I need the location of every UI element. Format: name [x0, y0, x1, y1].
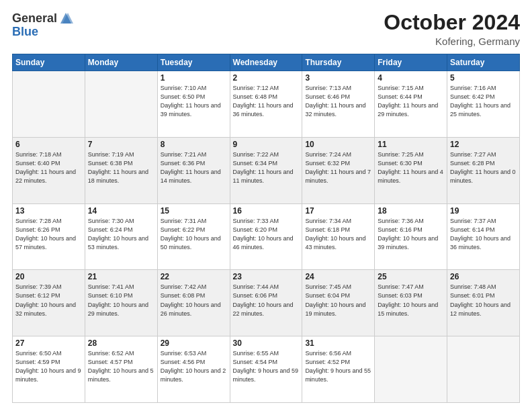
day-info: Sunrise: 6:56 AMSunset: 4:52 PMDaylight:… — [305, 349, 371, 384]
calendar-cell: 19Sunrise: 7:37 AMSunset: 6:14 PMDayligh… — [447, 203, 520, 270]
day-number: 29 — [161, 338, 227, 348]
calendar-cell: 6Sunrise: 7:18 AMSunset: 6:40 PMDaylight… — [13, 137, 85, 203]
day-info: Sunrise: 7:30 AMSunset: 6:24 PMDaylight:… — [88, 217, 154, 252]
calendar-cell: 1Sunrise: 7:10 AMSunset: 6:50 PMDaylight… — [157, 71, 230, 138]
calendar-cell: 11Sunrise: 7:25 AMSunset: 6:30 PMDayligh… — [375, 137, 447, 203]
weekday-header-row: SundayMondayTuesdayWednesdayThursdayFrid… — [13, 54, 520, 71]
day-number: 16 — [233, 206, 300, 216]
calendar-cell: 16Sunrise: 7:33 AMSunset: 6:20 PMDayligh… — [230, 203, 302, 270]
day-number: 2 — [233, 73, 300, 83]
calendar-cell: 14Sunrise: 7:30 AMSunset: 6:24 PMDayligh… — [85, 203, 157, 270]
day-info: Sunrise: 7:21 AMSunset: 6:36 PMDaylight:… — [161, 150, 227, 185]
day-info: Sunrise: 7:18 AMSunset: 6:40 PMDaylight:… — [15, 150, 82, 185]
calendar-cell: 8Sunrise: 7:21 AMSunset: 6:36 PMDaylight… — [157, 137, 230, 203]
day-info: Sunrise: 7:44 AMSunset: 6:06 PMDaylight:… — [233, 283, 300, 318]
calendar-cell: 23Sunrise: 7:44 AMSunset: 6:06 PMDayligh… — [230, 270, 302, 336]
calendar-cell — [13, 71, 85, 138]
day-number: 25 — [378, 272, 444, 281]
day-number: 24 — [305, 272, 371, 281]
calendar-table: SundayMondayTuesdayWednesdayThursdayFrid… — [12, 54, 520, 403]
day-number: 18 — [378, 206, 444, 216]
calendar-cell: 27Sunrise: 6:50 AMSunset: 4:59 PMDayligh… — [13, 336, 85, 403]
day-number: 28 — [88, 338, 154, 348]
month-title: October 2024 — [384, 11, 520, 34]
day-number: 17 — [305, 206, 371, 216]
logo-general: General — [12, 12, 57, 24]
day-number: 20 — [15, 272, 82, 281]
day-info: Sunrise: 7:47 AMSunset: 6:03 PMDaylight:… — [378, 283, 444, 318]
day-info: Sunrise: 7:15 AMSunset: 6:44 PMDaylight:… — [378, 84, 444, 119]
day-info: Sunrise: 6:53 AMSunset: 4:56 PMDaylight:… — [161, 349, 227, 384]
calendar-cell: 17Sunrise: 7:34 AMSunset: 6:18 PMDayligh… — [302, 203, 375, 270]
calendar-cell: 7Sunrise: 7:19 AMSunset: 6:38 PMDaylight… — [85, 137, 157, 203]
calendar-cell: 3Sunrise: 7:13 AMSunset: 6:46 PMDaylight… — [302, 71, 375, 138]
day-number: 9 — [233, 140, 300, 149]
calendar-cell — [85, 71, 157, 138]
calendar-cell: 25Sunrise: 7:47 AMSunset: 6:03 PMDayligh… — [375, 270, 447, 336]
day-info: Sunrise: 7:33 AMSunset: 6:20 PMDaylight:… — [233, 217, 300, 252]
weekday-header-monday: Monday — [85, 54, 157, 71]
calendar-week-3: 13Sunrise: 7:28 AMSunset: 6:26 PMDayligh… — [13, 203, 520, 270]
day-number: 11 — [378, 140, 444, 149]
day-number: 3 — [305, 73, 371, 83]
day-number: 22 — [161, 272, 227, 281]
calendar-cell: 12Sunrise: 7:27 AMSunset: 6:28 PMDayligh… — [447, 137, 520, 203]
day-number: 27 — [15, 338, 82, 348]
day-number: 30 — [233, 338, 300, 348]
calendar-cell: 5Sunrise: 7:16 AMSunset: 6:42 PMDaylight… — [447, 71, 520, 138]
calendar-cell: 26Sunrise: 7:48 AMSunset: 6:01 PMDayligh… — [447, 270, 520, 336]
day-info: Sunrise: 7:42 AMSunset: 6:08 PMDaylight:… — [161, 283, 227, 318]
title-block: October 2024 Kofering, Germany — [384, 11, 520, 47]
day-info: Sunrise: 7:13 AMSunset: 6:46 PMDaylight:… — [305, 84, 371, 119]
day-info: Sunrise: 6:52 AMSunset: 4:57 PMDaylight:… — [88, 349, 154, 384]
calendar-cell: 29Sunrise: 6:53 AMSunset: 4:56 PMDayligh… — [157, 336, 230, 403]
day-info: Sunrise: 7:36 AMSunset: 6:16 PMDaylight:… — [378, 217, 444, 252]
header: General Blue October 2024 Kofering, Germ… — [12, 11, 520, 47]
day-info: Sunrise: 7:24 AMSunset: 6:32 PMDaylight:… — [305, 150, 371, 185]
weekday-header-thursday: Thursday — [302, 54, 375, 71]
calendar-cell: 15Sunrise: 7:31 AMSunset: 6:22 PMDayligh… — [157, 203, 230, 270]
day-number: 4 — [378, 73, 444, 83]
calendar-cell: 28Sunrise: 6:52 AMSunset: 4:57 PMDayligh… — [85, 336, 157, 403]
day-number: 15 — [161, 206, 227, 216]
day-info: Sunrise: 7:25 AMSunset: 6:30 PMDaylight:… — [378, 150, 444, 185]
weekday-header-wednesday: Wednesday — [230, 54, 302, 71]
day-number: 6 — [15, 140, 82, 149]
day-number: 12 — [450, 140, 517, 149]
day-info: Sunrise: 7:12 AMSunset: 6:48 PMDaylight:… — [233, 84, 300, 119]
day-number: 8 — [161, 140, 227, 149]
day-number: 10 — [305, 140, 371, 149]
location-subtitle: Kofering, Germany — [384, 36, 520, 47]
day-info: Sunrise: 7:31 AMSunset: 6:22 PMDaylight:… — [161, 217, 227, 252]
day-number: 19 — [450, 206, 517, 216]
calendar-week-5: 27Sunrise: 6:50 AMSunset: 4:59 PMDayligh… — [13, 336, 520, 403]
day-info: Sunrise: 7:16 AMSunset: 6:42 PMDaylight:… — [450, 84, 517, 119]
day-number: 14 — [88, 206, 154, 216]
weekday-header-tuesday: Tuesday — [157, 54, 230, 71]
day-info: Sunrise: 6:55 AMSunset: 4:54 PMDaylight:… — [233, 349, 300, 384]
page: General Blue October 2024 Kofering, Germ… — [0, 0, 532, 411]
calendar-cell: 30Sunrise: 6:55 AMSunset: 4:54 PMDayligh… — [230, 336, 302, 403]
day-number: 21 — [88, 272, 154, 281]
day-info: Sunrise: 7:48 AMSunset: 6:01 PMDaylight:… — [450, 283, 517, 318]
calendar-cell: 31Sunrise: 6:56 AMSunset: 4:52 PMDayligh… — [302, 336, 375, 403]
day-number: 7 — [88, 140, 154, 149]
day-info: Sunrise: 7:41 AMSunset: 6:10 PMDaylight:… — [88, 283, 154, 318]
day-number: 23 — [233, 272, 300, 281]
calendar-cell: 9Sunrise: 7:22 AMSunset: 6:34 PMDaylight… — [230, 137, 302, 203]
day-info: Sunrise: 7:19 AMSunset: 6:38 PMDaylight:… — [88, 150, 154, 185]
day-number: 5 — [450, 73, 517, 83]
calendar-cell: 21Sunrise: 7:41 AMSunset: 6:10 PMDayligh… — [85, 270, 157, 336]
calendar-cell: 20Sunrise: 7:39 AMSunset: 6:12 PMDayligh… — [13, 270, 85, 336]
calendar-week-1: 1Sunrise: 7:10 AMSunset: 6:50 PMDaylight… — [13, 71, 520, 138]
weekday-header-saturday: Saturday — [447, 54, 520, 71]
day-info: Sunrise: 7:28 AMSunset: 6:26 PMDaylight:… — [15, 217, 82, 252]
calendar-cell: 24Sunrise: 7:45 AMSunset: 6:04 PMDayligh… — [302, 270, 375, 336]
day-number: 26 — [450, 272, 517, 281]
logo-icon — [58, 11, 73, 26]
calendar-cell — [447, 336, 520, 403]
day-number: 13 — [15, 206, 82, 216]
calendar-cell: 10Sunrise: 7:24 AMSunset: 6:32 PMDayligh… — [302, 137, 375, 203]
weekday-header-friday: Friday — [375, 54, 447, 71]
day-info: Sunrise: 7:22 AMSunset: 6:34 PMDaylight:… — [233, 150, 300, 185]
